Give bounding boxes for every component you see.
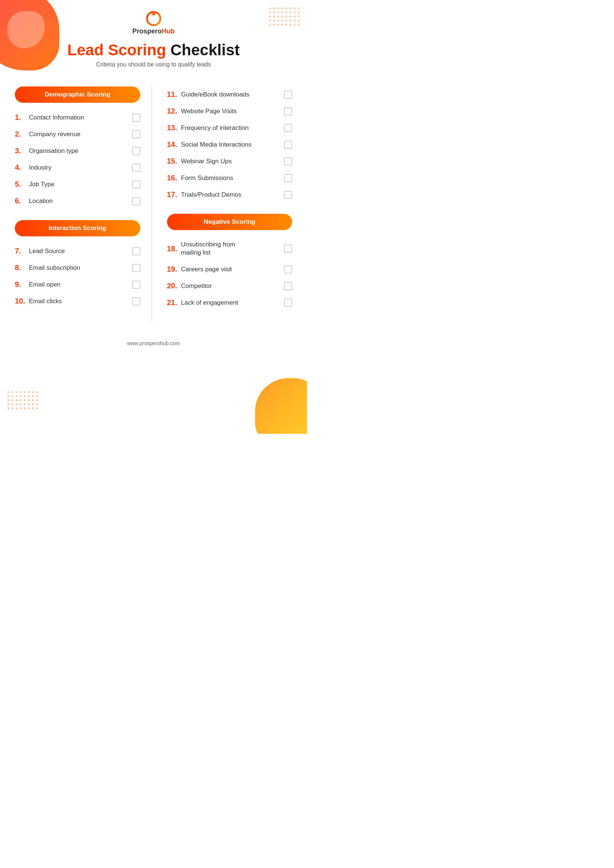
- decorative-dots-bottom-left: [8, 391, 38, 412]
- checkbox-19[interactable]: [284, 265, 292, 273]
- checklist-item-3: 3. Organisation type: [15, 147, 140, 155]
- checklist-item-4: 4. Industry: [15, 163, 140, 172]
- checkbox-21[interactable]: [284, 299, 292, 307]
- item-number-3: 3.: [15, 147, 29, 155]
- checkbox-14[interactable]: [284, 141, 292, 149]
- checklist-item-5: 5. Job Type: [15, 180, 140, 189]
- page-header: ProsperoHub Lead Scoring Checklist Crite…: [0, 0, 307, 75]
- checkbox-7[interactable]: [132, 247, 140, 255]
- negative-scoring-section: Negative Scoring 18. Unsubscribing fromm…: [167, 214, 293, 307]
- footer-url: www.prosperohub.com: [127, 340, 180, 346]
- item-label-6: Location: [29, 197, 132, 205]
- interaction-scoring-section: Interaction Scoring 7. Lead Source 8. Em…: [15, 220, 140, 305]
- logo: ProsperoHub: [0, 11, 307, 35]
- item-label-2: Company revenue: [29, 131, 132, 138]
- item-label-17: Trials/Product Demos: [181, 191, 284, 198]
- checklist-item-16: 16. Form Submissions: [167, 174, 293, 182]
- item-label-11: Guide/eBook downloads: [181, 91, 284, 98]
- left-column: Demographic Scoring 1. Contact Informati…: [15, 87, 152, 322]
- item-number-12: 12.: [167, 107, 181, 115]
- checkbox-11[interactable]: [284, 91, 292, 99]
- item-number-5: 5.: [15, 180, 29, 189]
- item-number-13: 13.: [167, 124, 181, 132]
- svg-point-1: [152, 12, 155, 16]
- page-title-part2: Checklist: [166, 41, 239, 59]
- checklist-item-10: 10. Email clicks: [15, 297, 140, 305]
- checkbox-4[interactable]: [132, 164, 140, 172]
- item-label-9: Email open: [29, 281, 132, 288]
- right-top-items: 11. Guide/eBook downloads 12. Website Pa…: [167, 90, 293, 199]
- checklist-item-11: 11. Guide/eBook downloads: [167, 90, 293, 99]
- decorative-blob-bottom-right: [255, 378, 307, 434]
- checklist-item-21: 21. Lack of engagement: [167, 298, 293, 307]
- page-subtitle: Criteria you should be using to qualify …: [0, 61, 307, 68]
- item-label-4: Industry: [29, 164, 132, 172]
- item-number-17: 17.: [167, 191, 181, 199]
- item-label-10: Email clicks: [29, 298, 132, 305]
- interaction-scoring-header: Interaction Scoring: [15, 220, 140, 236]
- checklist-item-18: 18. Unsubscribing frommailing list: [167, 240, 293, 257]
- item-label-3: Organisation type: [29, 147, 132, 155]
- checkbox-1[interactable]: [132, 113, 140, 122]
- item-label-12: Website Page Visits: [181, 108, 284, 115]
- checkbox-2[interactable]: [132, 130, 140, 138]
- checkbox-12[interactable]: [284, 107, 292, 115]
- item-number-19: 19.: [167, 265, 181, 273]
- checklist-item-1: 1. Contact Information: [15, 113, 140, 122]
- checkbox-15[interactable]: [284, 157, 292, 166]
- item-label-19: Careers page visit: [181, 266, 284, 273]
- item-number-20: 20.: [167, 282, 181, 290]
- item-label-7: Lead Source: [29, 248, 132, 255]
- checkbox-5[interactable]: [132, 180, 140, 189]
- checklist-item-17: 17. Trials/Product Demos: [167, 191, 293, 199]
- checklist-item-15: 15. Webinar Sign Ups: [167, 157, 293, 166]
- checklist-item-9: 9. Email open: [15, 280, 140, 289]
- item-number-9: 9.: [15, 280, 29, 289]
- checkbox-10[interactable]: [132, 297, 140, 305]
- checkbox-20[interactable]: [284, 282, 292, 290]
- item-number-2: 2.: [15, 130, 29, 138]
- item-number-10: 10.: [15, 297, 29, 305]
- checklist-item-13: 13. Frequency of interaction: [167, 124, 293, 132]
- item-label-5: Job Type: [29, 181, 132, 188]
- item-label-8: Email subscription: [29, 264, 132, 272]
- checklist-item-19: 19. Careers page visit: [167, 265, 293, 273]
- logo-text: ProsperoHub: [132, 28, 174, 35]
- checkbox-13[interactable]: [284, 124, 292, 132]
- demographic-scoring-section: Demographic Scoring 1. Contact Informati…: [15, 87, 140, 205]
- page-title: Lead Scoring Checklist: [0, 41, 307, 59]
- checkbox-3[interactable]: [132, 147, 140, 155]
- item-number-8: 8.: [15, 264, 29, 272]
- item-number-21: 21.: [167, 298, 181, 307]
- item-label-13: Frequency of interaction: [181, 124, 284, 132]
- checkbox-8[interactable]: [132, 264, 140, 272]
- item-number-14: 14.: [167, 140, 181, 149]
- checkbox-6[interactable]: [132, 197, 140, 205]
- checklist-item-14: 14. Social Media Interactions: [167, 140, 293, 149]
- checklist-item-7: 7. Lead Source: [15, 247, 140, 255]
- page-title-part1: Lead Scoring: [67, 41, 166, 59]
- checklist-item-6: 6. Location: [15, 197, 140, 205]
- demographic-scoring-header: Demographic Scoring: [15, 87, 140, 103]
- item-number-11: 11.: [167, 90, 181, 99]
- item-label-21: Lack of engagement: [181, 299, 284, 307]
- logo-icon: [146, 11, 161, 26]
- checklist-item-12: 12. Website Page Visits: [167, 107, 293, 115]
- item-number-7: 7.: [15, 247, 29, 255]
- checklist-item-2: 2. Company revenue: [15, 130, 140, 138]
- logo-part2: Hub: [162, 28, 175, 35]
- item-number-16: 16.: [167, 174, 181, 182]
- item-label-20: Competitor: [181, 282, 284, 290]
- item-label-16: Form Submissions: [181, 174, 284, 182]
- item-label-1: Contact Information: [29, 114, 132, 121]
- item-number-15: 15.: [167, 157, 181, 166]
- item-label-14: Social Media Interactions: [181, 141, 284, 149]
- checkbox-9[interactable]: [132, 281, 140, 289]
- main-content: Demographic Scoring 1. Contact Informati…: [0, 75, 307, 333]
- checkbox-17[interactable]: [284, 191, 292, 199]
- logo-part1: Prospero: [132, 28, 161, 35]
- negative-scoring-header: Negative Scoring: [167, 214, 293, 230]
- checkbox-16[interactable]: [284, 174, 292, 182]
- checklist-item-20: 20. Competitor: [167, 282, 293, 290]
- checkbox-18[interactable]: [284, 245, 292, 253]
